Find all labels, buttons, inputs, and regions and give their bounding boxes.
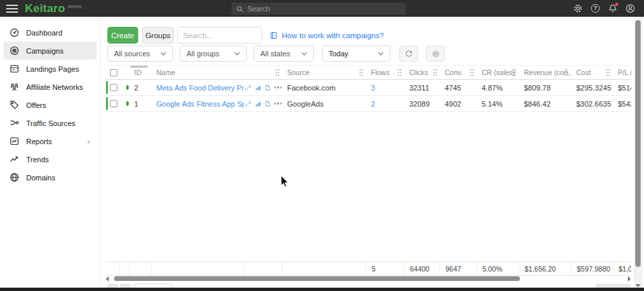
sidebar-item-trends[interactable]: Trends bbox=[3, 150, 97, 168]
campaign-notes-icon[interactable] bbox=[264, 84, 271, 92]
sidebar-item-traffic-sources[interactable]: Traffic Sources bbox=[3, 114, 97, 132]
select-all-checkbox[interactable] bbox=[110, 69, 117, 76]
help-icon[interactable]: ? bbox=[590, 3, 600, 13]
top-bar: Keitaro demo ? bbox=[0, 0, 644, 17]
cr-column-header[interactable]: CR (sales) bbox=[476, 66, 519, 79]
chevron-down-icon bbox=[301, 52, 307, 56]
table-row[interactable]: 1 Google Ads Fitness App Split GoogleAds… bbox=[106, 96, 631, 112]
menu-icon[interactable] bbox=[6, 5, 18, 13]
flows-column-header[interactable]: Flows bbox=[366, 66, 404, 79]
vertical-scrollbar[interactable] bbox=[634, 17, 643, 291]
flows-count-link[interactable]: 3 bbox=[371, 84, 375, 92]
clicks-column-header[interactable]: Clicks bbox=[404, 66, 439, 79]
totals-clicks: 64400 bbox=[404, 262, 439, 275]
column-resize-grip[interactable] bbox=[606, 68, 610, 76]
pl-value: $514 bbox=[612, 80, 631, 95]
revenue-column-header[interactable]: Revenue (con... bbox=[519, 66, 571, 79]
notifications-bell-icon[interactable] bbox=[608, 3, 618, 13]
row-checkbox[interactable] bbox=[110, 100, 117, 107]
sidebar-item-campaigns[interactable]: Campaigns bbox=[3, 42, 97, 60]
campaigns-icon bbox=[9, 46, 19, 56]
window-edge-strip bbox=[0, 288, 644, 291]
pl-column-header[interactable]: P/L ( bbox=[612, 66, 631, 79]
app-logo[interactable]: Keitaro demo bbox=[25, 2, 82, 15]
campaign-stats-icon[interactable] bbox=[255, 84, 262, 92]
create-button[interactable]: Create bbox=[107, 27, 138, 44]
clicks-value: 32089 bbox=[404, 96, 439, 111]
gear-icon bbox=[431, 50, 440, 58]
clicks-value: 32311 bbox=[404, 80, 439, 95]
notification-dot bbox=[615, 3, 619, 6]
sidebar-item-reports[interactable]: Reports › bbox=[3, 132, 97, 150]
flows-count-link[interactable]: 2 bbox=[371, 100, 375, 108]
id-column-header[interactable]: ID bbox=[129, 66, 151, 79]
cost-column-header[interactable]: Cost bbox=[571, 66, 612, 79]
states-filter-dropdown[interactable]: All states bbox=[254, 46, 314, 62]
scroll-left-arrow-icon[interactable] bbox=[106, 276, 109, 282]
more-actions-icon[interactable] bbox=[274, 86, 282, 89]
source-column-header[interactable]: Source bbox=[282, 66, 366, 79]
column-resize-grip[interactable] bbox=[397, 68, 402, 76]
domains-icon bbox=[9, 172, 19, 182]
sidebar-item-domains[interactable]: Domains bbox=[3, 168, 97, 186]
sidebar-item-landings-pages[interactable]: Landings Pages bbox=[3, 60, 97, 78]
actions-column-header bbox=[244, 66, 282, 79]
horizontal-scrollbar-thumb[interactable] bbox=[114, 276, 520, 281]
campaign-id: 1 bbox=[129, 96, 151, 111]
table-settings-button[interactable] bbox=[426, 46, 445, 62]
name-column-header[interactable]: Name bbox=[151, 66, 244, 79]
campaigns-search-input[interactable] bbox=[177, 27, 262, 44]
campaign-link-icon[interactable] bbox=[245, 84, 252, 92]
horizontal-scrollbar[interactable] bbox=[106, 276, 631, 282]
column-resize-grip[interactable] bbox=[470, 68, 474, 76]
column-resize-grip[interactable] bbox=[275, 68, 280, 76]
campaign-name-link[interactable]: Meta Ads Food Delivery Promo bbox=[156, 84, 244, 92]
column-resize-grip[interactable] bbox=[359, 68, 364, 76]
sources-filter-dropdown[interactable]: All sources bbox=[107, 46, 173, 62]
campaign-link-icon[interactable] bbox=[245, 100, 252, 108]
column-resize-grip[interactable] bbox=[564, 68, 569, 76]
totals-flows: 5 bbox=[366, 262, 404, 275]
groups-filter-dropdown[interactable]: All groups bbox=[180, 46, 247, 62]
more-actions-icon[interactable] bbox=[274, 103, 282, 105]
vertical-scrollbar-thumb[interactable] bbox=[635, 20, 641, 267]
global-search-input[interactable] bbox=[248, 5, 401, 13]
sidebar-item-affiliate-networks[interactable]: Affiliate Networks bbox=[3, 78, 97, 96]
campaign-notes-icon[interactable] bbox=[264, 100, 271, 108]
sort-indicator bbox=[130, 66, 148, 68]
date-range-dropdown[interactable]: Today bbox=[322, 46, 390, 62]
reports-icon bbox=[9, 136, 19, 146]
select-all-cell bbox=[106, 66, 119, 79]
table-row[interactable]: 2 Meta Ads Food Delivery Promo Facebook.… bbox=[106, 80, 631, 96]
cost-value: $302.6635 bbox=[571, 96, 612, 111]
campaigns-table: ID Name Source Flows Clicks Conv. CR (sa… bbox=[106, 65, 631, 276]
column-resize-grip[interactable] bbox=[433, 68, 437, 76]
chevron-down-icon bbox=[234, 52, 240, 56]
settings-icon[interactable] bbox=[573, 3, 583, 13]
sidebar-item-label: Reports bbox=[26, 137, 52, 146]
refresh-button[interactable] bbox=[399, 46, 418, 62]
groups-button[interactable]: Groups bbox=[142, 27, 174, 44]
sidebar-item-label: Traffic Sources bbox=[26, 119, 75, 127]
totals-pl: $1,05 bbox=[612, 262, 631, 275]
sidebar-item-dashboard[interactable]: Dashboard bbox=[3, 23, 97, 42]
sidebar-item-label: Offers bbox=[26, 101, 46, 109]
offers-icon bbox=[9, 100, 19, 110]
sidebar-item-label: Affiliate Networks bbox=[26, 83, 83, 91]
user-avatar-icon[interactable] bbox=[625, 3, 635, 13]
campaign-name-link[interactable]: Google Ads Fitness App Split bbox=[156, 100, 244, 108]
totals-conv: 9647 bbox=[439, 262, 476, 275]
sidebar-item-label: Campaigns bbox=[26, 47, 64, 55]
conv-value: 4902 bbox=[439, 96, 476, 111]
conv-column-header[interactable]: Conv. bbox=[439, 66, 476, 79]
affiliate-networks-icon bbox=[9, 82, 19, 92]
help-campaigns-link[interactable]: How to work with campaigns? bbox=[270, 27, 384, 44]
campaign-stats-icon[interactable] bbox=[255, 100, 262, 108]
dashboard-icon bbox=[9, 27, 19, 38]
row-checkbox[interactable] bbox=[110, 84, 117, 91]
global-search[interactable] bbox=[231, 3, 406, 15]
scroll-down-arrow-icon[interactable] bbox=[635, 284, 641, 287]
sidebar-item-offers[interactable]: Offers bbox=[3, 96, 97, 114]
column-resize-grip[interactable] bbox=[512, 68, 517, 76]
scroll-right-arrow-icon[interactable] bbox=[628, 276, 631, 282]
